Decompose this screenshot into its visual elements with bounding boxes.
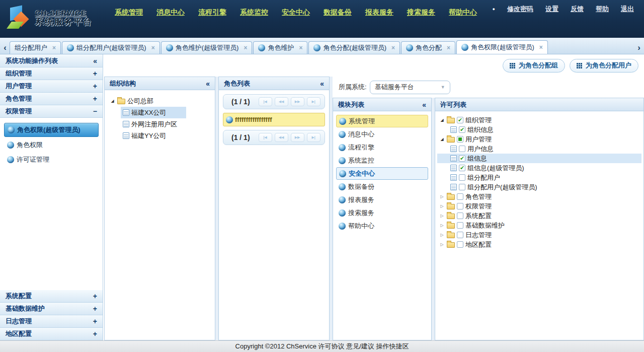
- tab-role-permission-admin-active[interactable]: 角色权限(超级管理员)×: [456, 40, 548, 54]
- expand-plus-icon[interactable]: +: [93, 292, 97, 300]
- close-icon[interactable]: ×: [447, 44, 450, 51]
- checkbox-checked[interactable]: [457, 117, 463, 123]
- module-item-monitor[interactable]: 系统监控: [336, 154, 428, 167]
- checkbox-unchecked[interactable]: [457, 203, 463, 209]
- menu-item-system[interactable]: 系统管理: [115, 8, 143, 17]
- sidebar-group-permission-expanded[interactable]: 权限管理−: [0, 105, 103, 118]
- org-tree-node[interactable]: 外网注册用户区: [121, 118, 186, 130]
- change-password-link[interactable]: 修改密码: [507, 5, 533, 14]
- panel-collapse-icon[interactable]: «: [206, 80, 210, 88]
- tab-group-assign-user-admin[interactable]: 组分配用户(超级管理员)×: [62, 41, 160, 54]
- pager-first-button[interactable]: |◀: [259, 97, 272, 106]
- tab-group-assign-user[interactable]: 组分配用户×: [10, 41, 61, 54]
- checkbox-unchecked[interactable]: [457, 241, 463, 248]
- pager-prev-button[interactable]: ◀◀: [275, 97, 288, 106]
- menu-item-search[interactable]: 搜索服务: [407, 8, 435, 17]
- expand-plus-icon[interactable]: +: [93, 330, 97, 338]
- tab-role-maintain[interactable]: 角色维护×: [253, 41, 307, 54]
- pager-first-button[interactable]: |◀: [259, 133, 272, 142]
- role-list-item-selected[interactable]: fffffffffffffffff: [223, 113, 325, 126]
- org-tree-root[interactable]: ◢ 公司总部: [108, 95, 212, 107]
- tree-expanded-icon[interactable]: ◢: [439, 137, 445, 142]
- sidebar-group-log[interactable]: 日志管理+: [0, 315, 103, 328]
- sidebar-group-user[interactable]: 用户管理+: [0, 80, 103, 93]
- license-node-log-manage[interactable]: ▷ 日志管理: [437, 230, 641, 240]
- tab-scroll-left-icon[interactable]: ‹: [1, 42, 9, 54]
- license-node-role-manage[interactable]: ▷ 角色管理: [437, 192, 641, 201]
- checkbox-unchecked[interactable]: [457, 232, 463, 238]
- tree-collapsed-icon[interactable]: ▷: [439, 242, 445, 247]
- collapse-minus-icon[interactable]: −: [93, 107, 97, 115]
- sidebar-group-sysconfig[interactable]: 系统配置+: [0, 290, 103, 303]
- tree-collapsed-icon[interactable]: ▷: [439, 233, 445, 237]
- menu-item-workflow[interactable]: 流程引擎: [198, 8, 226, 17]
- menu-item-backup[interactable]: 数据备份: [324, 8, 352, 17]
- checkbox-partial[interactable]: [457, 136, 463, 143]
- tab-scroll-right-icon[interactable]: ›: [635, 42, 643, 54]
- sidebar-item-role-permission[interactable]: 角色权限: [4, 138, 99, 152]
- license-node-org-info[interactable]: 组织信息: [437, 125, 641, 134]
- org-tree-node[interactable]: 福建YY公司: [121, 130, 186, 142]
- module-item-help[interactable]: 帮助中心: [336, 220, 428, 232]
- pager-prev-button[interactable]: ◀◀: [275, 133, 288, 142]
- module-item-search[interactable]: 搜索服务: [336, 206, 428, 219]
- checkbox-unchecked[interactable]: [459, 184, 465, 190]
- expand-plus-icon[interactable]: +: [93, 69, 97, 78]
- license-node-group-assign-user[interactable]: 组分配用户: [437, 173, 641, 182]
- license-node-group-info-admin[interactable]: 组信息(超级管理员): [437, 163, 641, 173]
- close-icon[interactable]: ×: [52, 44, 56, 51]
- checkbox-checked[interactable]: [459, 165, 465, 171]
- tree-expanded-icon[interactable]: ◢: [110, 99, 115, 103]
- sidebar-collapse-icon[interactable]: «: [93, 57, 97, 65]
- tree-collapsed-icon[interactable]: ▷: [439, 223, 445, 228]
- menu-item-report[interactable]: 报表服务: [365, 8, 393, 17]
- module-item-backup[interactable]: 数据备份: [336, 180, 428, 193]
- checkbox-checked[interactable]: [459, 155, 465, 162]
- menu-item-help-center[interactable]: 帮助中心: [449, 8, 477, 17]
- tab-role-maintain-admin[interactable]: 角色维护(超级管理员)×: [161, 41, 253, 54]
- tree-collapsed-icon[interactable]: ▷: [439, 214, 445, 218]
- license-node-user-info[interactable]: 用户信息: [437, 144, 641, 154]
- license-node-basedata[interactable]: ▷ 基础数据维护: [437, 221, 641, 230]
- sidebar-item-role-permission-admin[interactable]: 角色权限(超级管理员): [4, 123, 99, 137]
- panel-collapse-icon[interactable]: «: [422, 101, 426, 109]
- pager-next-button[interactable]: ▶▶: [291, 133, 304, 142]
- settings-link[interactable]: 设置: [545, 5, 558, 14]
- checkbox-unchecked[interactable]: [457, 193, 463, 200]
- license-node-region-config[interactable]: ▷ 地区配置: [437, 240, 641, 249]
- license-node-group-assign-user-admin[interactable]: 组分配用户(超级管理员): [437, 182, 641, 192]
- assign-user-to-role-button[interactable]: 为角色分配用户: [570, 59, 638, 73]
- tree-collapsed-icon[interactable]: ▷: [439, 204, 445, 208]
- close-icon[interactable]: ×: [151, 44, 155, 51]
- module-item-system[interactable]: 系统管理: [336, 115, 428, 127]
- license-node-group-info-selected[interactable]: 组信息: [437, 154, 641, 163]
- license-node-permission-manage[interactable]: ▷ 权限管理: [437, 201, 641, 211]
- close-icon[interactable]: ×: [244, 44, 247, 51]
- sidebar-group-org[interactable]: 组织管理+: [0, 67, 103, 80]
- org-tree-node-selected[interactable]: 福建XX公司: [121, 107, 186, 118]
- license-node-sysconfig[interactable]: ▷ 系统配置: [437, 211, 641, 221]
- panel-collapse-icon[interactable]: «: [320, 80, 324, 88]
- pager-next-button[interactable]: ▶▶: [291, 97, 304, 106]
- expand-plus-icon[interactable]: +: [93, 95, 97, 103]
- checkbox-checked[interactable]: [459, 126, 465, 133]
- close-icon[interactable]: ×: [299, 44, 302, 51]
- logout-link[interactable]: 退出: [621, 5, 634, 14]
- checkbox-unchecked[interactable]: [459, 174, 465, 181]
- expand-plus-icon[interactable]: +: [93, 305, 97, 313]
- checkbox-unchecked[interactable]: [459, 146, 465, 152]
- close-icon[interactable]: ×: [391, 44, 395, 51]
- checkbox-unchecked[interactable]: [457, 222, 463, 229]
- system-select[interactable]: 基础服务平台 ▼: [370, 81, 450, 94]
- feedback-link[interactable]: 反馈: [571, 5, 584, 14]
- license-node-user-manage[interactable]: ◢ 用户管理: [437, 134, 641, 144]
- menu-item-message[interactable]: 消息中心: [156, 8, 185, 17]
- module-item-security-selected[interactable]: 安全中心: [336, 167, 428, 180]
- tab-role-assign[interactable]: 角色分配×: [401, 41, 455, 54]
- checkbox-unchecked[interactable]: [457, 213, 463, 219]
- expand-plus-icon[interactable]: +: [93, 82, 97, 90]
- tab-role-assign-admin[interactable]: 角色分配(超级管理员)×: [308, 41, 400, 54]
- sidebar-group-role[interactable]: 角色管理+: [0, 93, 103, 105]
- sidebar-group-region[interactable]: 地区配置+: [0, 328, 103, 340]
- help-link[interactable]: 帮助: [596, 5, 609, 14]
